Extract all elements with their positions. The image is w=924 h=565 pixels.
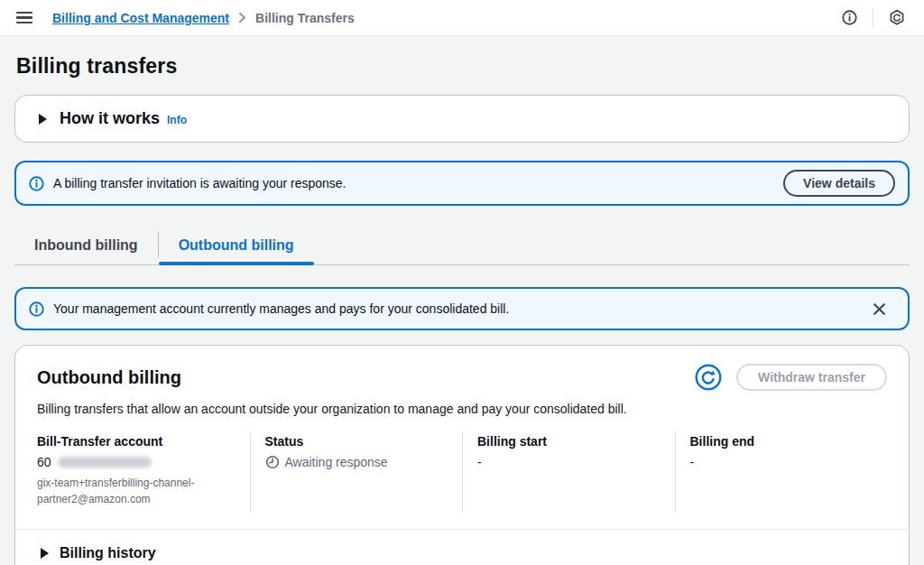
field-label: Billing end (690, 434, 873, 449)
tab-inbound-billing[interactable]: Inbound billing (14, 229, 158, 264)
caret-right-icon (41, 548, 49, 559)
status-value: Awaiting response (285, 455, 388, 469)
breadcrumb-root-link[interactable]: Billing and Cost Management (52, 11, 229, 25)
how-it-works-title: How it works (60, 109, 160, 128)
topbar-divider (873, 8, 873, 28)
invitation-alert: A billing transfer invitation is awaitin… (14, 161, 910, 206)
info-circle-icon[interactable] (838, 7, 860, 29)
field-billing-end: Billing end - (675, 432, 888, 513)
management-alert-text: Your management account currently manage… (53, 301, 509, 316)
close-icon[interactable] (869, 299, 890, 320)
breadcrumb: Billing and Cost Management Billing Tran… (52, 11, 355, 25)
panel-title: Outbound billing (37, 367, 181, 388)
hamburger-menu-icon[interactable] (16, 12, 32, 24)
account-id-visible: 60 (37, 455, 51, 469)
info-link[interactable]: Info (167, 114, 187, 128)
page-title: Billing transfers (16, 54, 910, 79)
view-details-button[interactable]: View details (783, 170, 895, 197)
info-circle-icon (29, 176, 44, 191)
clock-pending-icon (265, 455, 280, 469)
caret-right-icon (39, 114, 47, 125)
transfer-details: Bill-Transfer account 60 gix-team+transf… (37, 432, 887, 513)
billing-history-title: Billing history (60, 545, 156, 561)
management-alert: Your management account currently manage… (14, 287, 910, 330)
panel-description: Billing transfers that allow an account … (37, 402, 887, 416)
info-circle-icon (29, 301, 44, 317)
account-email: gix-team+transferbilling-channel-partner… (37, 475, 236, 507)
field-label: Billing start (477, 434, 661, 449)
withdraw-transfer-button[interactable]: Withdraw transfer (736, 364, 887, 391)
hexagon-refresh-icon[interactable] (886, 7, 908, 29)
main-content: Billing transfers How it works Info A bi… (0, 36, 924, 565)
refresh-icon[interactable] (691, 360, 725, 394)
account-id-redacted (58, 457, 152, 468)
billing-history-expander[interactable]: Billing history (15, 529, 909, 565)
field-label: Status (265, 434, 448, 449)
tab-outbound-billing[interactable]: Outbound billing (159, 229, 314, 264)
field-status: Status Awaiting response (250, 432, 463, 513)
outbound-billing-panel: Outbound billing Withdraw transfer Billi… (14, 345, 910, 565)
how-it-works-expander[interactable]: How it works Info (14, 95, 910, 143)
billing-end-value: - (690, 455, 695, 469)
chevron-right-icon (238, 12, 246, 23)
field-billing-start: Billing start - (462, 432, 675, 513)
top-navigation-bar: Billing and Cost Management Billing Tran… (0, 0, 924, 36)
billing-tabs: Inbound billing Outbound billing (14, 229, 910, 265)
breadcrumb-current: Billing Transfers (255, 11, 355, 25)
field-label: Bill-Transfer account (37, 434, 236, 449)
billing-start-value: - (477, 455, 482, 469)
field-bill-transfer-account: Bill-Transfer account 60 gix-team+transf… (37, 432, 250, 513)
invitation-alert-text: A billing transfer invitation is awaitin… (53, 176, 346, 190)
